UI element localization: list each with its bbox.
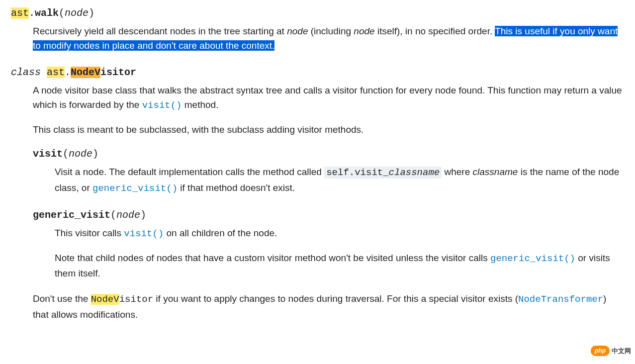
generic-visit-link-2[interactable]: generic_visit() <box>490 253 575 264</box>
walk-arg: node <box>65 7 89 19</box>
nodevisitor-name-highlight: NodeV <box>71 67 100 78</box>
walk-signature: ast.walk(node) <box>11 5 624 21</box>
visit-link-2[interactable]: visit() <box>124 228 164 239</box>
nodevisitor-ref-highlight: NodeV <box>91 294 119 305</box>
nodevisitor-body: A node visitor base class that walks the… <box>33 83 624 322</box>
generic-visit-name: generic_visit <box>33 209 110 221</box>
visit-signature: visit(node) <box>33 146 624 162</box>
nodevisitor-p1: A node visitor base class that walks the… <box>33 83 624 113</box>
walk-description: Recursively yield all descendant nodes i… <box>33 24 624 53</box>
method-generic-visit: generic_visit(node) This visitor calls v… <box>33 207 624 280</box>
nodevisitor-warning: Don't use the NodeVisitor if you want to… <box>33 291 624 322</box>
watermark-pill: php <box>591 346 610 348</box>
walk-module: ast <box>11 7 29 19</box>
visit-link[interactable]: visit() <box>142 100 182 111</box>
generic-visit-link[interactable]: generic_visit() <box>92 183 178 194</box>
nodevisitor-signature: class ast.NodeVisitor <box>11 64 624 80</box>
generic-visit-signature: generic_visit(node) <box>33 207 624 223</box>
generic-visit-description: This visitor calls visit() on all childr… <box>55 226 624 280</box>
walk-name: walk <box>35 7 59 19</box>
visit-description: Visit a node. The default implementation… <box>55 165 624 196</box>
nodevisitor-module: ast <box>47 67 65 78</box>
method-visit: visit(node) Visit a node. The default im… <box>33 146 624 196</box>
visit-name: visit <box>33 148 63 160</box>
visit-arg: node <box>69 148 92 160</box>
watermark-text: 中文网 <box>612 346 631 348</box>
function-walk: ast.walk(node) Recursively yield all des… <box>11 5 624 53</box>
nodevisitor-p2: This class is meant to be subclassed, wi… <box>33 122 624 137</box>
literal-self-visit-classname: self.visit_classname <box>324 167 442 179</box>
nodetransformer-link[interactable]: NodeTransformer <box>518 294 603 305</box>
watermark: php 中文网 <box>591 346 631 348</box>
class-nodevisitor: class ast.NodeVisitor A node visitor bas… <box>11 64 624 322</box>
generic-visit-arg: node <box>116 209 140 221</box>
